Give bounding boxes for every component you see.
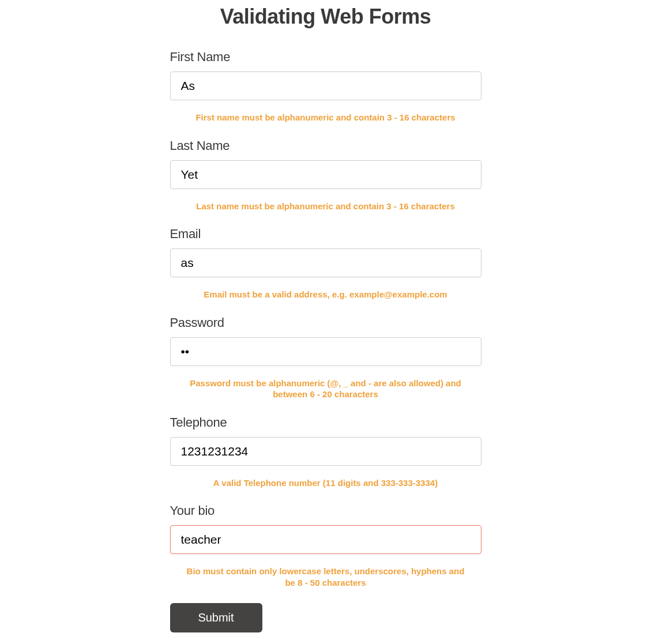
first-name-group: First Name First name must be alphanumer… (170, 50, 481, 123)
bio-group: Your bio Bio must contain only lowercase… (170, 503, 481, 588)
last-name-label: Last Name (170, 138, 481, 153)
password-label: Password (170, 315, 481, 330)
password-help: Password must be alphanumeric (@, _ and … (170, 378, 481, 400)
first-name-input[interactable] (170, 71, 481, 100)
last-name-input[interactable] (170, 160, 481, 189)
email-input[interactable] (170, 248, 481, 277)
submit-button[interactable]: Submit (170, 603, 262, 632)
bio-help: Bio must contain only lowercase letters,… (170, 566, 481, 588)
first-name-label: First Name (170, 50, 481, 65)
telephone-input[interactable] (170, 437, 481, 466)
email-help: Email must be a valid address, e.g. exam… (170, 289, 481, 300)
last-name-help: Last name must be alphanumeric and conta… (170, 201, 481, 212)
email-label: Email (170, 227, 481, 242)
email-group: Email Email must be a valid address, e.g… (170, 227, 481, 300)
password-group: Password Password must be alphanumeric (… (170, 315, 481, 400)
page-title: Validating Web Forms (170, 5, 481, 29)
telephone-label: Telephone (170, 415, 481, 430)
password-input[interactable] (170, 337, 481, 366)
first-name-help: First name must be alphanumeric and cont… (170, 112, 481, 123)
bio-input[interactable] (170, 525, 481, 554)
bio-label: Your bio (170, 503, 481, 518)
last-name-group: Last Name Last name must be alphanumeric… (170, 138, 481, 212)
telephone-help: A valid Telephone number (11 digits and … (170, 477, 481, 489)
telephone-group: Telephone A valid Telephone number (11 d… (170, 415, 481, 489)
